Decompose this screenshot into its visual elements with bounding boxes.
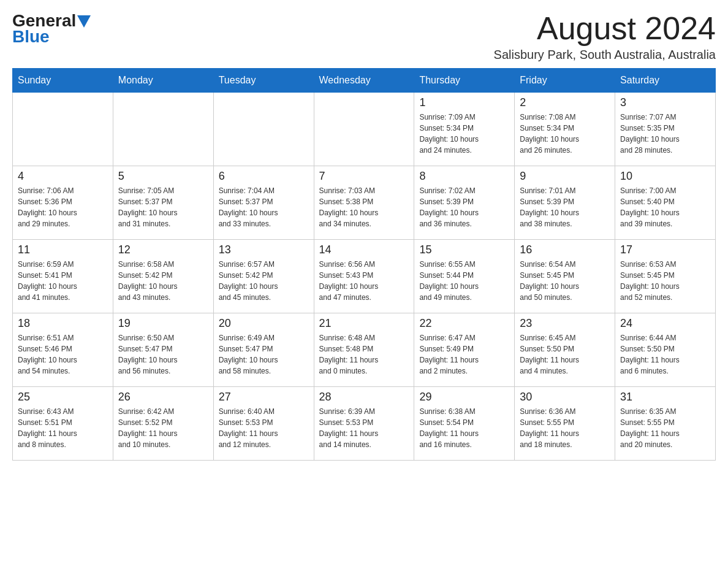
- day-info: Sunrise: 6:39 AM Sunset: 5:53 PM Dayligh…: [319, 406, 409, 450]
- day-info: Sunrise: 6:50 AM Sunset: 5:47 PM Dayligh…: [118, 332, 208, 377]
- calendar-week-row: 1Sunrise: 7:09 AM Sunset: 5:34 PM Daylig…: [13, 93, 716, 166]
- day-info: Sunrise: 7:07 AM Sunset: 5:35 PM Dayligh…: [620, 112, 710, 156]
- calendar-cell: 20Sunrise: 6:49 AM Sunset: 5:47 PM Dayli…: [213, 313, 314, 387]
- calendar-cell: 1Sunrise: 7:09 AM Sunset: 5:34 PM Daylig…: [414, 93, 515, 166]
- calendar-week-row: 25Sunrise: 6:43 AM Sunset: 5:51 PM Dayli…: [13, 387, 716, 461]
- day-number: 12: [118, 243, 208, 256]
- day-number: 15: [419, 243, 509, 256]
- day-number: 21: [319, 317, 409, 330]
- day-info: Sunrise: 6:40 AM Sunset: 5:53 PM Dayligh…: [219, 406, 309, 450]
- day-number: 30: [520, 391, 610, 404]
- day-info: Sunrise: 6:38 AM Sunset: 5:54 PM Dayligh…: [419, 406, 509, 450]
- calendar-cell: 5Sunrise: 7:05 AM Sunset: 5:37 PM Daylig…: [113, 166, 213, 240]
- day-number: 24: [620, 317, 710, 330]
- calendar-cell: 2Sunrise: 7:08 AM Sunset: 5:34 PM Daylig…: [515, 93, 615, 166]
- day-info: Sunrise: 6:44 AM Sunset: 5:50 PM Dayligh…: [620, 332, 710, 377]
- day-info: Sunrise: 6:36 AM Sunset: 5:55 PM Dayligh…: [520, 406, 610, 450]
- day-info: Sunrise: 6:59 AM Sunset: 5:41 PM Dayligh…: [18, 259, 108, 303]
- day-info: Sunrise: 7:08 AM Sunset: 5:34 PM Dayligh…: [520, 112, 610, 156]
- calendar-cell: 22Sunrise: 6:47 AM Sunset: 5:49 PM Dayli…: [414, 313, 515, 387]
- weekday-header-row: SundayMondayTuesdayWednesdayThursdayFrid…: [13, 69, 716, 93]
- calendar-cell: 31Sunrise: 6:35 AM Sunset: 5:55 PM Dayli…: [615, 387, 716, 461]
- day-number: 23: [520, 317, 610, 330]
- day-number: 27: [219, 391, 309, 404]
- day-info: Sunrise: 6:54 AM Sunset: 5:45 PM Dayligh…: [520, 259, 610, 303]
- weekday-header-sunday: Sunday: [13, 69, 113, 93]
- calendar-cell: 3Sunrise: 7:07 AM Sunset: 5:35 PM Daylig…: [615, 93, 716, 166]
- day-info: Sunrise: 6:35 AM Sunset: 5:55 PM Dayligh…: [620, 406, 710, 450]
- calendar-cell: [314, 93, 414, 166]
- day-number: 26: [118, 391, 208, 404]
- weekday-header-wednesday: Wednesday: [314, 69, 414, 93]
- day-info: Sunrise: 7:09 AM Sunset: 5:34 PM Dayligh…: [419, 112, 509, 156]
- calendar-cell: 8Sunrise: 7:02 AM Sunset: 5:39 PM Daylig…: [414, 166, 515, 240]
- calendar-cell: 23Sunrise: 6:45 AM Sunset: 5:50 PM Dayli…: [515, 313, 615, 387]
- day-number: 17: [620, 243, 710, 256]
- day-info: Sunrise: 6:48 AM Sunset: 5:48 PM Dayligh…: [319, 332, 409, 377]
- day-number: 28: [319, 391, 409, 404]
- day-info: Sunrise: 6:43 AM Sunset: 5:51 PM Dayligh…: [18, 406, 108, 450]
- day-number: 29: [419, 391, 509, 404]
- calendar-cell: [113, 93, 213, 166]
- weekday-header-friday: Friday: [515, 69, 615, 93]
- month-title: August 2024: [494, 12, 716, 44]
- logo-blue: Blue: [12, 28, 50, 45]
- calendar-cell: 16Sunrise: 6:54 AM Sunset: 5:45 PM Dayli…: [515, 240, 615, 313]
- weekday-header-tuesday: Tuesday: [213, 69, 314, 93]
- calendar-cell: 18Sunrise: 6:51 AM Sunset: 5:46 PM Dayli…: [13, 313, 113, 387]
- day-number: 18: [18, 317, 108, 330]
- day-number: 4: [18, 170, 108, 183]
- day-number: 20: [219, 317, 309, 330]
- calendar-cell: 28Sunrise: 6:39 AM Sunset: 5:53 PM Dayli…: [314, 387, 414, 461]
- day-info: Sunrise: 7:00 AM Sunset: 5:40 PM Dayligh…: [620, 185, 710, 229]
- calendar-cell: 29Sunrise: 6:38 AM Sunset: 5:54 PM Dayli…: [414, 387, 515, 461]
- calendar-cell: 17Sunrise: 6:53 AM Sunset: 5:45 PM Dayli…: [615, 240, 716, 313]
- day-info: Sunrise: 6:47 AM Sunset: 5:49 PM Dayligh…: [419, 332, 509, 377]
- day-number: 13: [219, 243, 309, 256]
- day-info: Sunrise: 6:57 AM Sunset: 5:42 PM Dayligh…: [219, 259, 309, 303]
- calendar-week-row: 11Sunrise: 6:59 AM Sunset: 5:41 PM Dayli…: [13, 240, 716, 313]
- day-number: 19: [118, 317, 208, 330]
- day-info: Sunrise: 6:53 AM Sunset: 5:45 PM Dayligh…: [620, 259, 710, 303]
- calendar-cell: 10Sunrise: 7:00 AM Sunset: 5:40 PM Dayli…: [615, 166, 716, 240]
- day-number: 25: [18, 391, 108, 404]
- calendar-cell: 15Sunrise: 6:55 AM Sunset: 5:44 PM Dayli…: [414, 240, 515, 313]
- day-number: 31: [620, 391, 710, 404]
- weekday-header-thursday: Thursday: [414, 69, 515, 93]
- day-number: 2: [520, 96, 610, 109]
- svg-marker-0: [77, 15, 91, 28]
- day-number: 14: [319, 243, 409, 256]
- day-info: Sunrise: 6:55 AM Sunset: 5:44 PM Dayligh…: [419, 259, 509, 303]
- calendar-cell: 14Sunrise: 6:56 AM Sunset: 5:43 PM Dayli…: [314, 240, 414, 313]
- title-block: August 2024 Salisbury Park, South Austra…: [494, 12, 716, 62]
- calendar-cell: [213, 93, 314, 166]
- day-info: Sunrise: 6:42 AM Sunset: 5:52 PM Dayligh…: [118, 406, 208, 450]
- calendar-cell: 12Sunrise: 6:58 AM Sunset: 5:42 PM Dayli…: [113, 240, 213, 313]
- day-info: Sunrise: 7:05 AM Sunset: 5:37 PM Dayligh…: [118, 185, 208, 229]
- calendar-cell: 6Sunrise: 7:04 AM Sunset: 5:37 PM Daylig…: [213, 166, 314, 240]
- day-number: 9: [520, 170, 610, 183]
- day-number: 10: [620, 170, 710, 183]
- day-number: 11: [18, 243, 108, 256]
- day-info: Sunrise: 7:06 AM Sunset: 5:36 PM Dayligh…: [18, 185, 108, 229]
- calendar-cell: 27Sunrise: 6:40 AM Sunset: 5:53 PM Dayli…: [213, 387, 314, 461]
- calendar-table: SundayMondayTuesdayWednesdayThursdayFrid…: [12, 68, 716, 461]
- day-info: Sunrise: 6:51 AM Sunset: 5:46 PM Dayligh…: [18, 332, 108, 377]
- weekday-header-saturday: Saturday: [615, 69, 716, 93]
- day-info: Sunrise: 6:49 AM Sunset: 5:47 PM Dayligh…: [219, 332, 309, 377]
- calendar-cell: 7Sunrise: 7:03 AM Sunset: 5:38 PM Daylig…: [314, 166, 414, 240]
- day-info: Sunrise: 6:58 AM Sunset: 5:42 PM Dayligh…: [118, 259, 208, 303]
- logo-arrow-icon: [77, 15, 91, 28]
- logo: General Blue: [12, 12, 91, 45]
- day-number: 1: [419, 96, 509, 109]
- day-number: 22: [419, 317, 509, 330]
- day-info: Sunrise: 7:03 AM Sunset: 5:38 PM Dayligh…: [319, 185, 409, 229]
- calendar-cell: 9Sunrise: 7:01 AM Sunset: 5:39 PM Daylig…: [515, 166, 615, 240]
- calendar-cell: 11Sunrise: 6:59 AM Sunset: 5:41 PM Dayli…: [13, 240, 113, 313]
- calendar-cell: 25Sunrise: 6:43 AM Sunset: 5:51 PM Dayli…: [13, 387, 113, 461]
- day-info: Sunrise: 7:04 AM Sunset: 5:37 PM Dayligh…: [219, 185, 309, 229]
- day-info: Sunrise: 7:01 AM Sunset: 5:39 PM Dayligh…: [520, 185, 610, 229]
- weekday-header-monday: Monday: [113, 69, 213, 93]
- day-info: Sunrise: 7:02 AM Sunset: 5:39 PM Dayligh…: [419, 185, 509, 229]
- calendar-cell: 21Sunrise: 6:48 AM Sunset: 5:48 PM Dayli…: [314, 313, 414, 387]
